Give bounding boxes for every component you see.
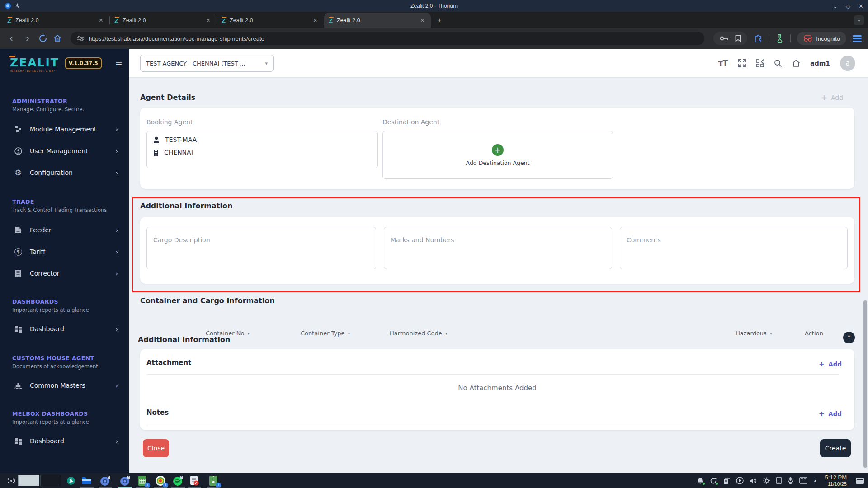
browser-menu-icon[interactable] [853, 35, 862, 42]
taskbar-browser-1-icon[interactable] [99, 474, 111, 487]
site-info-icon[interactable] [77, 35, 84, 42]
comments-input[interactable]: Comments [620, 227, 848, 269]
browser-tab-3[interactable]: Z Zealit 2.0 ✕ [217, 13, 324, 28]
create-button[interactable]: Create [820, 439, 851, 457]
home-icon[interactable] [53, 34, 61, 42]
show-desktop-icon[interactable] [855, 477, 864, 484]
tab-close-icon[interactable]: ✕ [419, 17, 426, 24]
network-icon[interactable] [799, 477, 807, 484]
volume-icon[interactable] [750, 477, 757, 484]
microphone-icon[interactable] [788, 477, 793, 484]
column-header-container-type[interactable]: Container Type ▾ [301, 330, 350, 337]
divider [146, 425, 839, 425]
tab-close-icon[interactable]: ✕ [97, 17, 105, 24]
marks-and-numbers-input[interactable]: Marks and Numbers [384, 227, 612, 269]
column-header-hazardous[interactable]: Hazardous ▾ [736, 330, 772, 337]
content-scrollbar[interactable] [863, 300, 867, 468]
tray-expand-icon[interactable]: ▲ [813, 479, 817, 483]
sidebar-item-corrector[interactable]: Corrector › [0, 267, 129, 280]
phone-icon[interactable] [776, 477, 782, 484]
booking-agent-name: TEST-MAA [165, 136, 197, 143]
window-close-button[interactable]: ✕ [859, 3, 863, 9]
clock[interactable]: 5:12 PM 11/10/25 [825, 474, 847, 487]
new-tab-button[interactable]: + [434, 14, 445, 26]
brightness-icon[interactable] [763, 477, 770, 484]
taskbar-file-manager-icon[interactable] [80, 474, 93, 487]
column-header-harmonized-code[interactable]: Harmonized Code ▾ [390, 330, 448, 337]
lab-flask-icon[interactable] [776, 34, 784, 43]
window-maximize-button[interactable]: ◇ [846, 3, 850, 9]
clipboard-notes-icon[interactable] [723, 477, 730, 484]
password-key-icon[interactable] [720, 36, 729, 41]
reload-icon[interactable] [39, 34, 47, 42]
chevron-right-icon: › [116, 227, 118, 234]
plus-icon: + [819, 360, 825, 368]
sidebar: ZEALIT INTEGRATED LOGISTIC ERP V.1.0.37.… [0, 49, 129, 473]
forward-icon[interactable]: › [23, 33, 33, 43]
taskbar-text-editor-icon[interactable] [188, 474, 200, 487]
sort-caret-icon[interactable]: ▾ [770, 331, 772, 336]
taskbar-spreadsheet-icon[interactable]: + [136, 474, 148, 487]
home-icon[interactable] [792, 59, 800, 67]
cargo-description-input[interactable]: Cargo Description [146, 227, 376, 269]
tab-title: Zealit 2.0 [230, 17, 307, 23]
sort-caret-icon[interactable]: ▾ [247, 331, 250, 336]
extensions-puzzle-icon[interactable] [754, 34, 763, 43]
bookmark-icon[interactable] [735, 35, 741, 42]
notifications-bell-icon[interactable] [697, 477, 704, 484]
ship-icon [14, 382, 23, 389]
sidebar-item-common-masters[interactable]: Common Masters › [0, 379, 129, 392]
sidebar-item-feeder[interactable]: Feeder › [0, 223, 129, 237]
taskbar-spotify-icon[interactable] [172, 474, 184, 487]
workspace-1-active[interactable] [18, 475, 39, 486]
tab-close-icon[interactable]: ✕ [311, 17, 319, 24]
browser-tab-4-active[interactable]: Z Zealit 2.0 ✕ [324, 13, 431, 28]
taskbar-target-app-icon[interactable]: + [154, 474, 166, 487]
sidebar-collapse-icon[interactable]: ≡ [115, 60, 123, 69]
person-icon [153, 136, 160, 143]
sidebar-item-user-management[interactable]: User Management › [0, 144, 129, 158]
window-minimize-button[interactable]: ⌄ [833, 3, 838, 9]
address-bar[interactable]: https://test.shalx.asia/documentation/co… [71, 32, 704, 45]
username-label[interactable]: adm1 [810, 60, 830, 67]
close-button[interactable]: Close [143, 439, 169, 457]
media-play-icon[interactable] [736, 477, 744, 484]
agency-select[interactable]: TEST AGENCY - CHENNAI (TEST-... ▾ [140, 55, 274, 72]
app-topbar: TEST AGENCY - CHENNAI (TEST-... ▾ тT adm… [129, 49, 868, 78]
sort-caret-icon[interactable]: ▾ [348, 331, 350, 336]
sidebar-item-module-management[interactable]: Module Management › [0, 122, 129, 136]
taskbar-settings-icon[interactable] [65, 474, 77, 487]
app-launcher-icon[interactable] [7, 477, 15, 484]
add-destination-agent-button[interactable]: + Add Destination Agent [382, 131, 613, 179]
avatar[interactable]: a [840, 56, 855, 71]
chevron-right-icon: › [116, 438, 118, 445]
apps-grid-icon[interactable] [756, 59, 764, 67]
notes-add-button[interactable]: + Add [819, 409, 842, 418]
back-icon[interactable]: ‹ [6, 33, 16, 43]
browser-tab-2[interactable]: Z Zealit 2.0 ✕ [110, 13, 217, 28]
attachment-add-button[interactable]: + Add [819, 360, 842, 368]
sidebar-item-dashboard[interactable]: Dashboard › [0, 322, 129, 336]
collapse-panel-button[interactable]: ⌃ [843, 332, 855, 343]
search-icon[interactable] [774, 59, 782, 67]
page-actions-group [713, 32, 747, 45]
browser-tab-1[interactable]: Z Zealit 2.0 ✕ [3, 13, 109, 28]
agent-details-add-button[interactable]: + Add [821, 93, 843, 102]
sidebar-item-configuration[interactable]: ⚙ Configuration › [0, 166, 129, 179]
sort-caret-icon[interactable]: ▾ [445, 331, 448, 336]
url-text[interactable]: https://test.shalx.asia/documentation/co… [89, 35, 264, 42]
booking-agent-box[interactable]: TEST-MAA CHENNAI [146, 131, 378, 168]
updates-sync-icon[interactable] [710, 477, 717, 484]
tab-search-menu-button[interactable]: ⌄ [854, 15, 864, 25]
fullscreen-icon[interactable] [738, 59, 746, 67]
taskbar-browser-2-icon[interactable] [119, 474, 131, 487]
zealit-favicon-icon: Z [7, 17, 11, 24]
taskbar-archive-manager-icon[interactable]: + [207, 474, 219, 487]
text-size-icon[interactable]: тT [718, 59, 728, 68]
tab-close-icon[interactable]: ✕ [204, 17, 212, 24]
sidebar-item-melbox-dashboard[interactable]: Dashboard › [0, 434, 129, 448]
sidebar-item-label: User Management [30, 147, 88, 155]
workspace-2[interactable] [40, 475, 61, 486]
sidebar-item-label: Common Masters [30, 382, 85, 389]
sidebar-item-tariff[interactable]: $ Tariff › [0, 245, 129, 258]
